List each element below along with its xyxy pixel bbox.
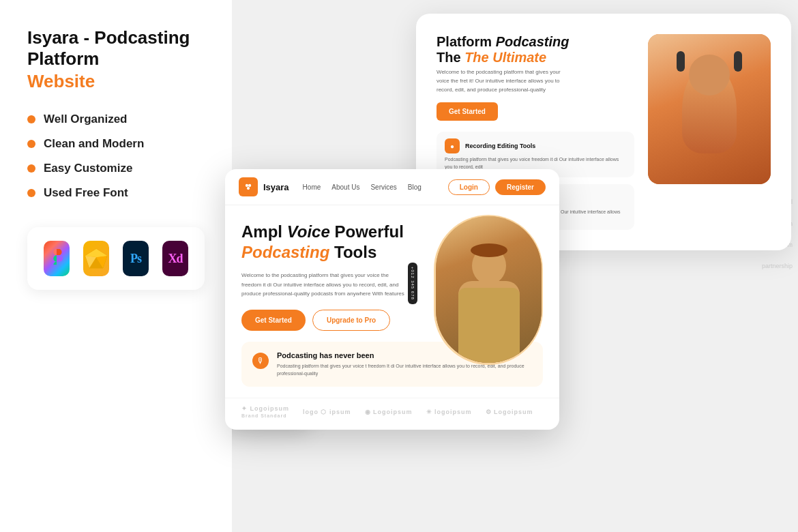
login-button[interactable]: Login [448, 179, 490, 195]
logo-area: Isyara [239, 177, 289, 196]
list-item: Well Organized [27, 113, 205, 126]
hero-image: +012 345 678 [420, 222, 543, 331]
hero-buttons: Get Started Upgrade to Pro [241, 310, 407, 331]
nav-home[interactable]: Home [303, 183, 321, 191]
app-subtitle: Website [27, 71, 205, 92]
trc-photo [648, 34, 771, 184]
website-navbar: Isyara Home About Us Services Blog Login… [225, 169, 559, 205]
svg-marker-6 [85, 249, 107, 257]
hero-title: Ampl Voice Powerful Podcasting Tools [241, 222, 407, 263]
left-panel: Isyara - Podcasting Platform Website Wel… [0, 0, 232, 532]
feature-label: Clean and Modern [44, 137, 144, 151]
microphone-icon: 🎙 [252, 353, 269, 369]
logo-2: logo ⬡ ipsum [303, 409, 351, 415]
hero-started-button[interactable]: Get Started [241, 310, 306, 331]
nav-links: Home About Us Services Blog [303, 183, 434, 191]
logo-1: ✦ LogoipsumBrand Standard [241, 405, 289, 419]
right-text-4: partnership [711, 263, 793, 269]
logo-icon [239, 177, 258, 196]
logos-bar: ✦ LogoipsumBrand Standard logo ⬡ ipsum ◉… [225, 398, 559, 430]
bullet-dot [27, 115, 35, 123]
svg-point-7 [246, 184, 248, 187]
bullet-dot [27, 164, 35, 173]
sketch-icon [83, 241, 109, 276]
trc-accent: The Ultimate [464, 50, 546, 65]
register-button[interactable]: Register [495, 179, 546, 195]
figma-icon [44, 241, 70, 276]
feature-label: Easy Customize [44, 162, 132, 175]
feature-label: Used Free Font [44, 186, 128, 200]
trc-feature-title: Recording Editing Tools [465, 143, 535, 149]
tools-row: Ps Xd [27, 227, 205, 290]
svg-point-9 [247, 187, 250, 190]
logo-text: Isyara [263, 182, 289, 192]
feature-label: Well Organized [44, 113, 128, 126]
list-item: Clean and Modern [27, 137, 205, 151]
hero-content: Ampl Voice Powerful Podcasting Tools Wel… [241, 222, 407, 331]
svg-point-8 [248, 184, 251, 187]
trc-right [648, 34, 771, 230]
hero-photo [436, 216, 542, 363]
app-title: Isyara - Podcasting Platform [27, 27, 205, 70]
trc-feature-header: ● Recording Editing Tools [445, 138, 626, 153]
hero-section: Ampl Voice Powerful Podcasting Tools Wel… [225, 205, 559, 342]
hero-description: Welcome to the podcasting platform that … [241, 271, 407, 299]
hero-upgrade-button[interactable]: Upgrade to Pro [312, 310, 390, 331]
logo-5: ⚙ Logoipsum [486, 409, 533, 415]
bullet-dot [27, 189, 35, 197]
recording-icon: ● [445, 138, 460, 153]
logo-4: ✳ logoipsum [426, 409, 472, 415]
nav-buttons: Login Register [448, 179, 546, 195]
xd-icon: Xd [162, 241, 188, 276]
nav-blog[interactable]: Blog [408, 183, 422, 191]
main-website-card: Isyara Home About Us Services Blog Login… [225, 169, 559, 430]
list-item: Easy Customize [27, 162, 205, 175]
bullet-dot [27, 140, 35, 148]
nav-services[interactable]: Services [370, 183, 396, 191]
trc-title: Platform Podcasting The The Ultimate [437, 34, 634, 65]
phone-bar: +012 345 678 [408, 263, 417, 304]
trc-description: Welcome to the podcasting platform that … [437, 68, 573, 94]
photoshop-icon: Ps [123, 241, 149, 276]
logo-3: ◉ Logoipsum [365, 409, 413, 415]
nav-about[interactable]: About Us [331, 183, 359, 191]
get-started-button[interactable]: Get Started [437, 102, 498, 121]
feature-list: Well Organized Clean and Modern Easy Cus… [27, 113, 205, 200]
list-item: Used Free Font [27, 186, 205, 200]
